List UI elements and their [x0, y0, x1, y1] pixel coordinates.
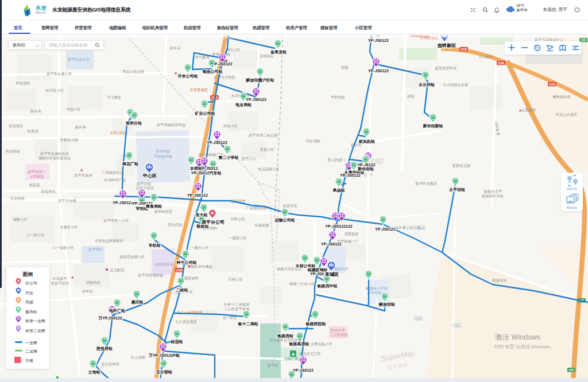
svg-text:明珠娱乐城: 明珠娱乐城 — [155, 262, 173, 266]
svg-text:铁路高层站: 铁路高层站 — [289, 341, 310, 346]
svg-text:二闸城训中心: 二闸城训中心 — [102, 170, 123, 175]
svg-text:解放街棚户区站: 解放街棚户区站 — [246, 77, 274, 83]
svg-text:二人民医院: 二人民医院 — [330, 333, 348, 337]
svg-text:YP-JS0122: YP-JS0122 — [187, 193, 208, 197]
svg-text:★: ★ — [188, 264, 191, 268]
svg-text:和悦佳苑: 和悦佳苑 — [15, 81, 30, 85]
svg-text:原平市: 原平市 — [516, 8, 528, 12]
svg-text:原平市永康小学: 原平市永康小学 — [47, 72, 72, 76]
svg-text:新华街站: 新华街站 — [357, 166, 374, 171]
svg-text:G338: G338 — [461, 48, 467, 51]
svg-text:泰隆招待所: 泰隆招待所 — [552, 95, 571, 99]
svg-text:原平二小: 原平二小 — [241, 157, 256, 161]
svg-text:原平市第二幼儿园: 原平市第二幼儿园 — [249, 133, 277, 138]
svg-text:G338: G338 — [498, 62, 505, 65]
svg-text:鲜花店: 鲜花店 — [29, 183, 41, 188]
svg-text:大同刀削面: 大同刀削面 — [110, 131, 127, 135]
svg-text:忻州木草: 忻州木草 — [330, 328, 345, 332]
svg-text:八一西小区: 八一西小区 — [26, 233, 45, 237]
svg-text:大小武精品水果: 大小武精品水果 — [443, 83, 469, 87]
svg-text:铁十二局站: 铁十二局站 — [238, 322, 258, 326]
svg-text:原平市北城街道永: 原平市北城街道永 — [40, 151, 69, 156]
svg-text:康四中学: 康四中学 — [334, 267, 349, 271]
svg-text:G108: G108 — [176, 269, 183, 272]
svg-text:新兴局: 新兴局 — [30, 109, 41, 114]
svg-text:盛美农贸市场: 盛美农贸市场 — [435, 66, 457, 71]
svg-text:照悦府站: 照悦府站 — [96, 346, 113, 351]
svg-text:市老干部局: 市老干部局 — [51, 281, 68, 286]
svg-text:投资局: 投资局 — [27, 129, 38, 134]
svg-text:望都华府: 望都华府 — [86, 280, 100, 285]
svg-text:原平北大医院: 原平北大医院 — [214, 75, 235, 80]
svg-text:平安驾校: 平安驾校 — [330, 95, 345, 99]
svg-text:太平街站: 太平街站 — [448, 188, 465, 192]
svg-text:YP-JS0122: YP-JS0122 — [113, 201, 133, 205]
svg-text:水上乐园: 水上乐园 — [130, 355, 145, 360]
svg-text:前进东街: 前进东街 — [283, 204, 297, 208]
svg-text:原平市第一小学: 原平市第一小学 — [103, 219, 129, 223]
svg-text:原规: 原规 — [341, 65, 349, 70]
svg-text:原平实达中学: 原平实达中学 — [68, 57, 90, 62]
svg-text:阳光住苑: 阳光住苑 — [168, 223, 182, 227]
svg-text:久仁超市: 久仁超市 — [478, 54, 493, 59]
svg-text:东大站: 东大站 — [195, 212, 208, 217]
svg-text:团结小区: 团结小区 — [226, 48, 241, 52]
svg-text:粮食局站: 粮食局站 — [145, 204, 162, 209]
svg-text:伍墓悦府: 伍墓悦府 — [344, 232, 358, 236]
svg-text:分公司: 分公司 — [25, 281, 37, 285]
svg-text:运输公司站: 运输公司站 — [274, 217, 295, 223]
svg-text:站前广场: 站前广场 — [284, 357, 298, 361]
svg-text:东明家苑: 东明家苑 — [259, 54, 273, 59]
svg-text:YP-JS012汽车站: YP-JS012汽车站 — [191, 170, 222, 176]
svg-text:原平市西城快递: 原平市西城快递 — [138, 273, 164, 278]
svg-text:市委幼儿园: 市委幼儿园 — [60, 138, 78, 142]
svg-text:中铁十二局集团: 中铁十二局集团 — [224, 302, 249, 307]
svg-text:班村分站: 班村分站 — [125, 120, 142, 126]
svg-text:勒遥东街: 勒遥东街 — [492, 278, 507, 283]
svg-text:二次网: 二次网 — [25, 349, 37, 354]
svg-text:铁路医院站: 铁路医院站 — [305, 322, 326, 326]
svg-text:新华旺光园店: 新华旺光园店 — [415, 181, 437, 186]
svg-text:开发公司站: 开发公司站 — [177, 74, 198, 79]
svg-text:YP-JS0122: YP-JS0122 — [375, 227, 396, 231]
svg-text:原平四中: 原平四中 — [88, 247, 102, 252]
svg-text:V058: V058 — [419, 227, 424, 229]
svg-text:惠庄站: 惠庄站 — [131, 299, 144, 305]
svg-text:飞飞童枕: 飞飞童枕 — [106, 95, 121, 100]
svg-text:转到"设置"以激活 Windows。: 转到"设置"以激活 Windows。 — [494, 344, 554, 349]
svg-text:食品花园小区: 食品花园小区 — [258, 167, 280, 171]
svg-text:衡初级中学校: 衡初级中学校 — [482, 194, 504, 198]
svg-text:第二小学站: 第二小学站 — [218, 155, 239, 160]
svg-text:原平分公司: 原平分公司 — [201, 220, 225, 225]
svg-text:忻州市原: 忻州市原 — [155, 149, 171, 153]
svg-text:勒遥西街: 勒遥西街 — [41, 189, 56, 194]
svg-text:Y050: Y050 — [454, 324, 460, 327]
svg-text:土地站: 土地站 — [88, 370, 100, 375]
svg-text:新华街: 新华街 — [351, 143, 362, 147]
svg-text:人民医院: 人民医院 — [29, 174, 44, 179]
svg-text:华悦小区: 华悦小区 — [66, 107, 81, 112]
svg-text:P-JS0122: P-JS0122 — [214, 62, 232, 66]
svg-text:高起点幼儿园: 高起点幼儿园 — [122, 69, 144, 74]
svg-text:星光影院: 星光影院 — [110, 268, 125, 272]
svg-text:千伦超市火车站伙食: 千伦超市火车站伙食 — [269, 338, 302, 342]
svg-text:专机站: 专机站 — [148, 243, 161, 248]
svg-text:YP-JS0122: YP-JS0122 — [340, 173, 361, 177]
svg-text:水云轩站: 水云轩站 — [418, 83, 435, 87]
svg-text:吉祥新区: 吉祥新区 — [437, 42, 457, 48]
svg-text:片区: 片区 — [25, 291, 33, 295]
svg-text:一建乐小区: 一建乐小区 — [191, 245, 209, 250]
svg-text:祥和小区: 祥和小区 — [230, 217, 245, 221]
svg-text:YP-JS0122: YP-JS0122 — [293, 368, 314, 372]
svg-text:石坡小区: 石坡小区 — [223, 124, 238, 128]
svg-text:SHUI FA: SHUI FA — [36, 11, 47, 14]
svg-text:万YP.JS0122: 万YP.JS0122 — [98, 316, 122, 321]
svg-text:军兴家园: 军兴家园 — [10, 196, 24, 201]
svg-text:美心防盗门: 美心防盗门 — [327, 158, 345, 162]
svg-text:一建西小区: 一建西小区 — [229, 236, 247, 240]
svg-text:老百姓布店: 老百姓布店 — [101, 362, 119, 367]
svg-text:电杆厂站: 电杆厂站 — [109, 309, 125, 313]
svg-text:鸿业商城: 鸿业商城 — [5, 149, 20, 153]
svg-text:YP-JS0122: YP-JS0122 — [207, 141, 227, 145]
svg-text:YP-JS0122122: YP-JS0122122 — [325, 224, 353, 228]
